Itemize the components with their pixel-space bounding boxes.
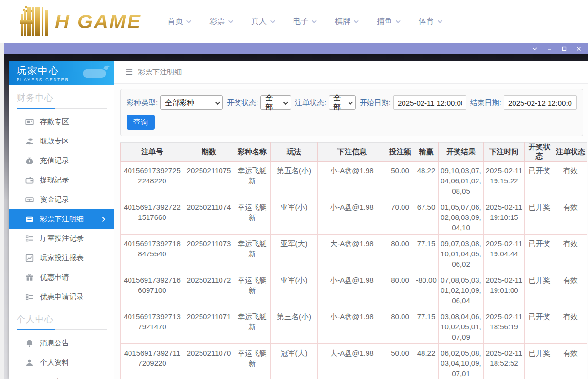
sidebar-item-promo-apply-records[interactable]: 优惠申请记录 — [9, 287, 114, 307]
draw-status-value: 全部 — [265, 93, 279, 112]
column-header-2: 彩种名称 — [234, 143, 271, 162]
table-row: 40156917392725224822020250211075幸运飞艇新第五名… — [121, 162, 587, 198]
section-title-personal-center: 个人中心 — [17, 313, 107, 325]
sidebar-item-promo-apply[interactable]: 优惠申请 — [9, 268, 114, 287]
nav-item-label: 棋牌 — [335, 17, 350, 27]
deposit-zone-icon — [25, 118, 34, 126]
table-cell: 77.15 — [414, 235, 439, 271]
nav-item-label: 真人 — [251, 17, 267, 27]
sidebar-item-label: 优惠申请记录 — [40, 292, 84, 302]
logo-barcode-h — [21, 7, 48, 36]
table-cell: 已开奖 — [525, 344, 554, 379]
table-row: 40156917392711720922020250211070幸运飞艇新冠军(… — [121, 344, 587, 379]
table-cell: 幸运飞艇新 — [234, 344, 271, 379]
window-minimize-icon[interactable] — [546, 45, 553, 52]
chevron-down-icon — [283, 100, 288, 105]
sidebar-item-label: 取款专区 — [40, 137, 69, 146]
window-body: 玩家中心 PLAYERS CENTER 财务中心存款专区取款专区充值记录提现记录… — [4, 54, 588, 379]
sidebar-sections: 财务中心存款专区取款专区充值记录提现记录资金记录彩票下注明细厅室投注记录玩家投注… — [9, 92, 114, 379]
sidebar-item-label: 修改密码 — [40, 378, 69, 379]
table-cell: 50.00 — [386, 344, 414, 379]
chevron-down-icon — [354, 18, 359, 23]
sidebar-item-notices[interactable]: 消息公告 — [9, 333, 114, 353]
filter-row: 彩种类型: 全部彩种 开奖状态: 全部 注单状态: 全部 开始日 — [127, 95, 577, 110]
promo-apply-icon — [25, 273, 34, 282]
promo-apply-records-icon — [25, 293, 34, 301]
nav-item-cards[interactable]: 棋牌 — [335, 17, 357, 27]
sidebar-item-funds-records[interactable]: 资金记录 — [9, 190, 114, 209]
sidebar-item-label: 彩票下注明细 — [40, 215, 84, 224]
sidebar-item-player-bet-report[interactable]: 玩家投注报表 — [9, 248, 114, 268]
window-maximize-icon[interactable] — [561, 45, 568, 52]
sidebar-item-profile[interactable]: 个人资料 — [9, 353, 114, 372]
table-cell: 小-A盘@1.98 — [318, 162, 386, 198]
start-date-label: 开始日期: — [360, 98, 391, 108]
column-header-1: 期数 — [184, 143, 234, 162]
table-cell: 小-A盘@1.98 — [318, 307, 386, 344]
end-date-label: 结束日期: — [470, 98, 501, 108]
column-header-0: 注单号 — [121, 143, 184, 162]
sidebar-item-label: 消息公告 — [40, 339, 69, 348]
column-header-3: 玩法 — [271, 143, 318, 162]
table-cell: 2025-02-11 19:01:00 — [484, 271, 525, 307]
logo[interactable]: H GAME — [0, 0, 161, 43]
table-cell: 03,08,04,06,10,02,05,01,07,09 — [439, 307, 484, 344]
table-cell: 80.00 — [386, 307, 414, 344]
table-cell: -80.00 — [414, 271, 439, 307]
table-cell: 2025-02-11 18:52:52 — [484, 344, 525, 379]
chevron-down-icon — [312, 18, 317, 23]
order-status-select[interactable]: 全部 — [329, 95, 356, 110]
main-content: ☰ 彩票下注明细 彩种类型: 全部彩种 开奖状态: 全部 注单状态: 全部 — [114, 61, 588, 379]
table-cell: 09,10,03,07,04,06,01,02,08,05 — [439, 162, 484, 198]
table-cell: 有效 — [554, 307, 587, 344]
sidebar-item-change-password[interactable]: 修改密码 — [9, 372, 114, 379]
sidebar-item-recharge-records[interactable]: 充值记录 — [9, 151, 114, 170]
nav-item-lottery[interactable]: 彩票 — [209, 17, 232, 27]
table-cell: 09,07,03,08,10,01,04,05,06,02 — [439, 235, 484, 271]
notices-icon — [25, 339, 34, 347]
sidebar-item-deposit-zone[interactable]: 存款专区 — [9, 112, 114, 131]
table-cell: 有效 — [554, 344, 587, 379]
table-cell: 大-A盘@1.98 — [318, 235, 386, 271]
sidebar-item-lottery-bet-details[interactable]: 彩票下注明细 — [9, 209, 114, 229]
nav-item-live[interactable]: 真人 — [251, 17, 274, 27]
table-cell: 亚军(小) — [271, 198, 318, 235]
nav-item-label: 彩票 — [209, 17, 225, 27]
sidebar-item-withdraw-zone[interactable]: 取款专区 — [9, 131, 114, 151]
query-button[interactable]: 查询 — [127, 115, 155, 130]
column-header-5: 投注额 — [386, 143, 414, 162]
table-cell: 幸运飞艇新 — [234, 162, 271, 198]
nav-item-home[interactable]: 首页 — [167, 17, 190, 27]
table-cell: 亚军(小) — [271, 271, 318, 307]
table-cell: 401569173927117209220 — [121, 344, 184, 379]
lottery-type-select[interactable]: 全部彩种 — [160, 95, 223, 110]
top-nav: 首页彩票真人电子棋牌捕鱼体育 — [167, 17, 441, 27]
window-close-icon[interactable] — [575, 45, 582, 52]
nav-item-slots[interactable]: 电子 — [293, 17, 315, 27]
sidebar-header: 玩家中心 PLAYERS CENTER — [9, 61, 114, 85]
chevron-right-icon — [101, 216, 107, 224]
chevron-down-icon — [349, 100, 353, 104]
table-cell: 20250211071 — [184, 307, 234, 344]
table-cell: 第三名(小) — [271, 307, 318, 344]
end-date-input[interactable] — [504, 95, 577, 110]
sidebar-item-label: 优惠申请 — [40, 273, 69, 282]
table-cell: 401569173927166097100 — [121, 271, 184, 307]
sidebar-item-hall-bet-records[interactable]: 厅室投注记录 — [9, 229, 114, 248]
draw-status-select[interactable]: 全部 — [260, 95, 291, 110]
chevron-down-icon — [228, 18, 233, 23]
page-title: 彩票下注明细 — [138, 68, 182, 77]
sidebar: 玩家中心 PLAYERS CENTER 财务中心存款专区取款专区充值记录提现记录… — [9, 61, 114, 379]
logo-text: H GAME — [55, 11, 142, 33]
start-date-input[interactable] — [393, 95, 466, 110]
table-body: 40156917392725224822020250211075幸运飞艇新第五名… — [121, 162, 587, 379]
nav-item-label: 电子 — [293, 17, 309, 27]
nav-item-fishing[interactable]: 捕鱼 — [377, 17, 399, 27]
sidebar-item-withdrawal-records[interactable]: 提现记录 — [9, 170, 114, 190]
player-bet-report-icon — [25, 254, 34, 262]
nav-item-sports[interactable]: 体育 — [419, 17, 441, 27]
section-divider — [17, 108, 107, 109]
sidebar-item-label: 充值记录 — [40, 156, 69, 165]
menu-toggle-icon[interactable]: ☰ — [125, 67, 133, 77]
window-dropdown-icon[interactable] — [532, 45, 538, 52]
